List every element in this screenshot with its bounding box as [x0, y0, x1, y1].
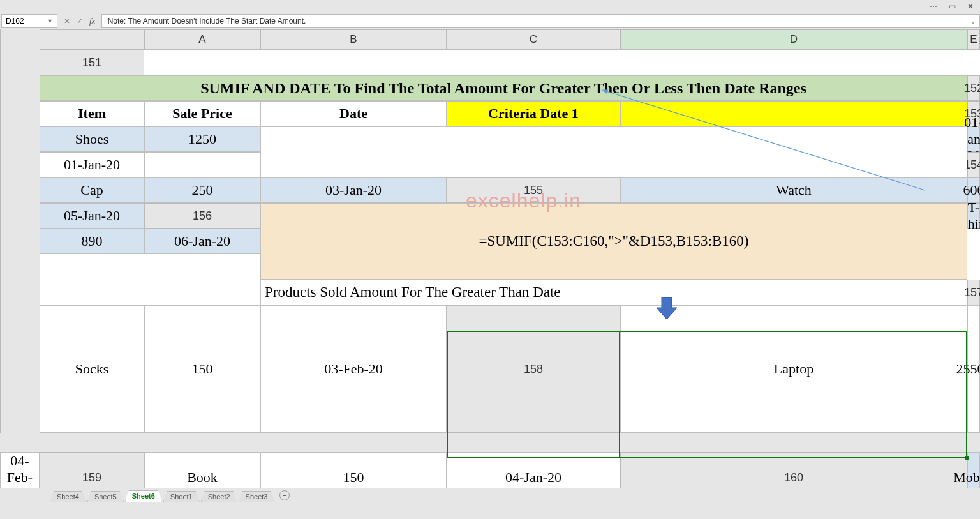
cell-item-155[interactable]: Watch — [620, 177, 967, 203]
cell-date-153[interactable]: 01-Jan-20 — [967, 126, 980, 152]
cell-price-156[interactable]: 890 — [40, 229, 144, 254]
col-header-D[interactable]: D — [620, 29, 967, 50]
spreadsheet-grid[interactable]: ABCDE151SUMIF AND DATE To Find The Total… — [0, 29, 980, 502]
header-date: Date — [260, 101, 447, 126]
title-cell: SUMIF AND DATE To Find The Total Amount … — [40, 75, 967, 101]
cell-item-157[interactable]: Socks — [40, 305, 144, 433]
cancel-icon[interactable]: ✕ — [64, 17, 70, 26]
row-header-158[interactable]: 158 — [447, 305, 620, 433]
cell-item-156[interactable]: T-Shirt — [967, 203, 980, 229]
formula-bar: D162 ▼ ✕ ✓ fx 'Note: The Amount Doesn't … — [0, 13, 980, 29]
formula-expand-icon[interactable]: ⌄ — [970, 18, 976, 25]
edge — [0, 75, 40, 101]
name-box-value: D162 — [6, 17, 24, 26]
edge — [0, 101, 40, 126]
col-header-edge — [0, 29, 40, 50]
cell-price-157[interactable]: 150 — [144, 305, 260, 433]
cell-d-blank — [260, 126, 967, 177]
cell-e-153[interactable] — [144, 152, 260, 177]
cell-item-158[interactable]: Laptop — [620, 305, 967, 433]
window-title-bar: ⋯ ▭ ✕ — [0, 0, 980, 13]
col-header-C[interactable]: C — [447, 29, 620, 50]
header-e — [620, 101, 967, 126]
edge — [0, 126, 40, 152]
name-box[interactable]: D162 ▼ — [1, 14, 57, 28]
cell-criteria-date[interactable]: 01-Jan-20 — [40, 152, 144, 177]
edge — [0, 203, 40, 229]
ribbon-collapse-icon[interactable]: ▭ — [949, 2, 956, 11]
fx-icon[interactable]: fx — [89, 16, 95, 26]
sheet-area: ABCDE151SUMIF AND DATE To Find The Total… — [0, 29, 980, 502]
cell-date-157[interactable]: 03-Feb-20 — [260, 305, 447, 433]
edge — [0, 305, 40, 433]
edge — [0, 177, 40, 203]
ribbon-options-icon[interactable]: ⋯ — [930, 2, 937, 11]
cell-formula-display: =SUMIF(C153:C160,">"&D153,B153:B160) — [260, 203, 967, 280]
cell-date-156[interactable]: 06-Jan-20 — [144, 229, 260, 254]
edge — [0, 152, 40, 177]
header-criteria-date: Criteria Date 1 — [447, 101, 620, 126]
cell-date-154[interactable]: 03-Jan-20 — [260, 177, 447, 203]
cell-price-158[interactable]: 25500 — [967, 305, 980, 433]
row-header-152[interactable]: 152 — [967, 75, 980, 101]
sheet-tab-sheet2[interactable]: Sheet2 — [201, 491, 237, 502]
col-header-E[interactable]: E — [967, 29, 980, 50]
col-header-A[interactable]: A — [144, 29, 260, 50]
row-header-156[interactable]: 156 — [144, 203, 260, 229]
cell-item-153[interactable]: Shoes — [40, 126, 144, 152]
edge — [0, 254, 40, 280]
sheet-tabs: Sheet4Sheet5Sheet6Sheet1Sheet2Sheet3+ — [0, 488, 980, 502]
cell-price-154[interactable]: 250 — [144, 177, 260, 203]
cell-item-154[interactable]: Cap — [40, 177, 144, 203]
cell-price-153[interactable]: 1250 — [144, 126, 260, 152]
row-header-155[interactable]: 155 — [447, 177, 620, 203]
name-box-dropdown-icon[interactable]: ▼ — [47, 18, 53, 24]
row-header-151[interactable]: 151 — [40, 50, 144, 75]
enter-icon[interactable]: ✓ — [77, 17, 83, 26]
select-all-corner[interactable] — [40, 29, 144, 50]
cell-label-greater: Products Sold Amount For The Greater Tha… — [260, 280, 967, 305]
cell-date-155[interactable]: 05-Jan-20 — [40, 203, 144, 229]
sheet-tab-sheet3[interactable]: Sheet3 — [239, 491, 275, 502]
close-icon[interactable]: ✕ — [967, 2, 974, 11]
row-header-154[interactable]: 154 — [967, 152, 980, 177]
new-sheet-button[interactable]: + — [279, 490, 290, 500]
row-header-157[interactable]: 157 — [967, 280, 980, 305]
col-header-B[interactable]: B — [260, 29, 447, 50]
header-item: Item — [40, 101, 144, 126]
sheet-tab-sheet1[interactable]: Sheet1 — [163, 491, 200, 502]
header-sale-price: Sale Price — [144, 101, 260, 126]
formula-bar-icons: ✕ ✓ fx — [57, 16, 101, 26]
formula-text: 'Note: The Amount Doesn't Include The St… — [106, 17, 306, 26]
sheet-tab-sheet6[interactable]: Sheet6 — [125, 490, 162, 502]
edge — [0, 280, 40, 305]
edge — [0, 229, 40, 254]
formula-input[interactable]: 'Note: The Amount Doesn't Include The St… — [101, 14, 980, 28]
edge — [0, 50, 40, 75]
below — [0, 433, 980, 452]
sheet-tab-sheet5[interactable]: Sheet5 — [87, 491, 124, 502]
sheet-tab-sheet4[interactable]: Sheet4 — [50, 491, 86, 502]
